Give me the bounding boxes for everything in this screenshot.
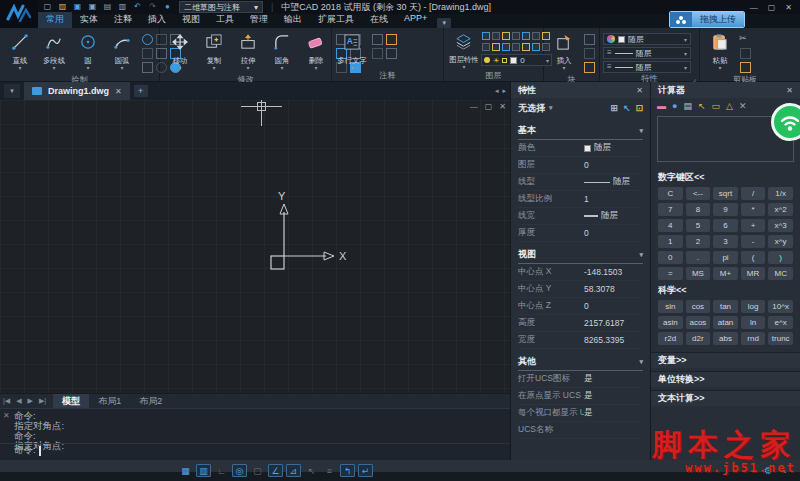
expand-icon[interactable]: ▴ <box>782 466 786 475</box>
otrack-toggle[interactable]: ∠ <box>268 464 283 477</box>
property-row[interactable]: 厚度0 <box>518 225 643 242</box>
text-style-icon[interactable] <box>386 48 397 59</box>
doc-restore-icon[interactable]: ▢ <box>485 102 493 111</box>
netdisk-upload-button[interactable]: 拖拽上传 <box>669 11 745 28</box>
calc-key-log[interactable]: log <box>741 300 766 313</box>
ribbon-tab-输出[interactable]: 输出 <box>276 12 310 28</box>
dynamic-ucs-toggle[interactable]: ⊿ <box>286 464 301 477</box>
create-block-icon[interactable] <box>584 34 595 45</box>
property-row[interactable]: 线宽随层 <box>518 208 643 225</box>
selection-dropdown[interactable]: 无选择 <box>518 102 545 115</box>
calc-key-sqrt[interactable]: sqrt <box>713 187 738 200</box>
copy-clip-icon[interactable] <box>740 48 751 59</box>
layer-tool-icon[interactable] <box>522 43 530 51</box>
layer-tool-icon[interactable] <box>532 43 540 51</box>
redo-icon[interactable]: ↷ <box>147 2 158 12</box>
calc-key-x^y[interactable]: x^y <box>768 235 793 248</box>
layer-tool-icon[interactable] <box>532 32 540 40</box>
snap-toggle[interactable]: ▥ <box>196 464 211 477</box>
calc-key-C[interactable]: C <box>658 187 683 200</box>
clear-icon[interactable]: ✕ <box>739 101 747 111</box>
property-row[interactable]: 每个视口都显示 U...是 <box>518 405 643 422</box>
selection-cycling-toggle[interactable]: ↰ <box>340 464 355 477</box>
lineweight-dropdown[interactable]: ≡ 随层 ▾ <box>603 61 691 73</box>
paste-value-icon[interactable]: ▤ <box>683 101 692 111</box>
new-file-icon[interactable]: ▢ <box>42 2 53 12</box>
edit-block-icon[interactable] <box>584 48 595 59</box>
layer-dropdown[interactable]: ☀ 0 ▾ <box>481 54 552 66</box>
section-header[interactable]: 视图▾ <box>518 248 643 264</box>
ribbon-tab-常用[interactable]: 常用 <box>38 12 72 28</box>
calc-key-ln[interactable]: ln <box>741 316 766 329</box>
calc-key-([interactable]: ( <box>741 251 766 264</box>
define-attribute-icon[interactable] <box>584 62 595 73</box>
layout-tab-布局2[interactable]: 布局2 <box>130 394 171 409</box>
layer-tool-icon[interactable] <box>482 43 490 51</box>
layer-tool-icon[interactable] <box>512 43 520 51</box>
drawing-canvas[interactable]: — ▢ ✕ Y X <box>0 100 510 393</box>
图层特性-button[interactable]: 图层特性▾ <box>447 30 481 70</box>
calc-key-.[interactable]: . <box>686 251 711 264</box>
calc-key-atan[interactable]: atan <box>713 316 738 329</box>
calc-key-*[interactable]: * <box>741 203 766 216</box>
calc-key-6[interactable]: 6 <box>713 219 738 232</box>
ribbon-tab-工具[interactable]: 工具 <box>208 12 242 28</box>
layer-tool-icon[interactable] <box>502 32 510 40</box>
doc-close-icon[interactable]: ✕ <box>499 102 506 111</box>
gear-icon[interactable]: ⚙ <box>764 465 773 476</box>
minimize-button[interactable]: — <box>750 3 758 12</box>
ribbon-tab-管理[interactable]: 管理 <box>242 12 276 28</box>
undo-icon[interactable]: ↶ <box>132 2 143 12</box>
layer-tools[interactable] <box>482 32 551 53</box>
圆弧-button[interactable]: 圆弧▾ <box>105 31 139 74</box>
property-row[interactable]: 在原点显示 UCS ...是 <box>518 388 643 405</box>
calc-key-=[interactable]: = <box>658 267 683 280</box>
property-row[interactable]: 打开UCS图标是 <box>518 371 643 388</box>
save-all-icon[interactable]: ▣ <box>87 2 98 12</box>
linear-dimension-icon[interactable] <box>372 34 383 45</box>
calc-key-x^3[interactable]: x^3 <box>768 219 793 232</box>
command-line-window[interactable]: ✕ 命令:指定对角点:命令:指定对角点: 命令: <box>0 408 510 460</box>
插入-button[interactable]: 插入▾ <box>547 31 581 74</box>
property-row[interactable]: 高度2157.6187 <box>518 315 643 332</box>
calc-key-1[interactable]: 1 <box>658 235 683 248</box>
calc-section-变量>>[interactable]: 变量>> <box>651 352 800 368</box>
ribbon-tab-注释[interactable]: 注释 <box>106 12 140 28</box>
property-row[interactable]: 中心点 Y58.3078 <box>518 281 643 298</box>
history-icon[interactable]: ● <box>672 101 677 111</box>
property-row[interactable]: 中心点 Z0 <box>518 298 643 315</box>
ribbon-tab-在线[interactable]: 在线 <box>362 12 396 28</box>
calc-key-<--[interactable]: <-- <box>686 187 711 200</box>
layer-tool-icon[interactable] <box>492 32 500 40</box>
圆角-button[interactable]: 圆角▾ <box>265 31 299 74</box>
calc-key-0[interactable]: 0 <box>658 251 683 264</box>
match-properties-icon[interactable] <box>740 62 751 73</box>
calc-key-r2d[interactable]: r2d <box>658 332 683 345</box>
property-row[interactable]: UCS名称 <box>518 422 643 439</box>
measure-distance-icon[interactable]: ▭ <box>712 101 721 111</box>
section-header[interactable]: 其他▾ <box>518 355 643 371</box>
calc-key-3[interactable]: 3 <box>713 235 738 248</box>
last-layout-icon[interactable]: ▶| <box>39 397 46 405</box>
numpad-section-header[interactable]: 数字键区<< <box>651 168 800 186</box>
close-button[interactable]: ✕ <box>785 3 792 12</box>
ellipse-icon[interactable] <box>142 34 153 45</box>
cloud-icon[interactable]: ● <box>162 2 173 12</box>
measure-angle-icon[interactable]: △ <box>726 101 733 111</box>
calc-key-cos[interactable]: cos <box>686 300 711 313</box>
layer-tool-icon[interactable] <box>482 32 490 40</box>
拉伸-button[interactable]: 拉伸▾ <box>231 31 265 74</box>
cut-icon[interactable]: ✂ <box>739 33 752 46</box>
calc-key-7[interactable]: 7 <box>658 203 683 216</box>
calc-key-/[interactable]: / <box>741 187 766 200</box>
layer-tool-icon[interactable] <box>492 43 500 51</box>
section-header[interactable]: 基本▾ <box>518 124 643 140</box>
property-row[interactable]: 线型随层 <box>518 174 643 191</box>
calc-key--[interactable]: - <box>741 235 766 248</box>
calc-key-trunc[interactable]: trunc <box>768 332 793 345</box>
pick-point-icon[interactable]: ↖ <box>698 101 706 111</box>
maximize-button[interactable]: ▢ <box>768 3 776 12</box>
first-layout-icon[interactable]: |◀ <box>3 397 10 405</box>
ribbon-tab-扩展工具[interactable]: 扩展工具 <box>310 12 362 28</box>
calc-key-MS[interactable]: MS <box>686 267 711 280</box>
